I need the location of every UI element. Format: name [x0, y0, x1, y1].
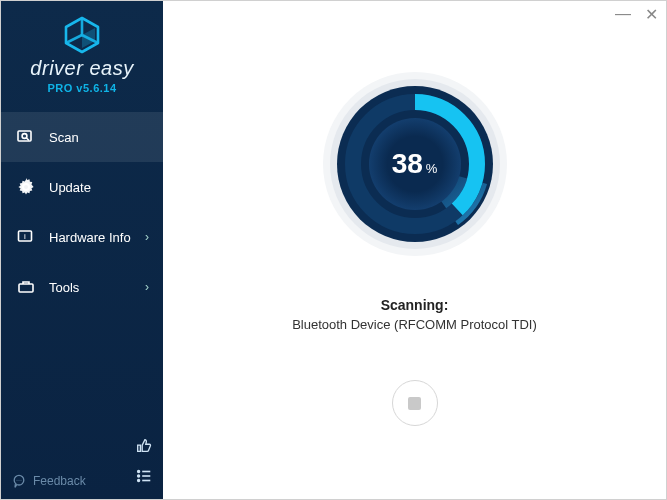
progress-value: 38: [392, 148, 423, 180]
nav-label-update: Update: [49, 180, 91, 195]
minimize-button[interactable]: —: [615, 5, 631, 24]
chat-icon: [11, 473, 27, 489]
svg-point-3: [22, 134, 27, 139]
nav-item-tools[interactable]: Tools ›: [1, 262, 163, 312]
svg-point-10: [19, 480, 20, 481]
titlebar: — ✕: [615, 5, 658, 24]
chevron-right-icon: ›: [145, 230, 149, 244]
stop-icon: [408, 397, 421, 410]
tools-icon: [15, 276, 37, 298]
gear-icon: [15, 176, 37, 198]
thumbs-up-icon[interactable]: [135, 437, 153, 459]
svg-rect-7: [19, 284, 33, 292]
sidebar: driver easy PRO v5.6.14 Scan: [1, 1, 163, 499]
nav-label-hardware: Hardware Info: [49, 230, 131, 245]
nav-label-scan: Scan: [49, 130, 79, 145]
brand-version: PRO v5.6.14: [1, 82, 163, 94]
nav-label-tools: Tools: [49, 280, 79, 295]
scan-progress-ring: 38%: [320, 69, 510, 259]
list-icon[interactable]: [135, 467, 153, 489]
stop-button[interactable]: [392, 380, 438, 426]
feedback-button[interactable]: Feedback: [11, 473, 86, 489]
app-window: driver easy PRO v5.6.14 Scan: [0, 0, 667, 500]
main-area: — ✕: [163, 1, 666, 499]
status-heading: Scanning:: [292, 297, 537, 313]
nav-item-scan[interactable]: Scan: [1, 112, 163, 162]
status-block: Scanning: Bluetooth Device (RFCOMM Proto…: [292, 297, 537, 332]
scan-icon: [15, 126, 37, 148]
svg-point-9: [17, 480, 18, 481]
close-button[interactable]: ✕: [645, 5, 658, 24]
svg-point-16: [138, 480, 140, 482]
progress-percent: 38%: [392, 148, 438, 180]
chevron-right-icon: ›: [145, 280, 149, 294]
nav: Scan Update i Hardware In: [1, 112, 163, 429]
brand-logo-icon: [1, 15, 163, 55]
svg-point-12: [138, 471, 140, 473]
nav-item-hardware[interactable]: i Hardware Info ›: [1, 212, 163, 262]
svg-text:i: i: [24, 232, 26, 241]
hardware-info-icon: i: [15, 226, 37, 248]
footer-icons: [135, 437, 153, 489]
svg-point-11: [21, 480, 22, 481]
nav-item-update[interactable]: Update: [1, 162, 163, 212]
feedback-label: Feedback: [33, 474, 86, 488]
svg-line-4: [26, 138, 29, 141]
sidebar-footer: Feedback: [1, 429, 163, 499]
progress-suffix: %: [426, 161, 438, 176]
brand: driver easy PRO v5.6.14: [1, 1, 163, 102]
brand-name: driver easy: [1, 57, 163, 80]
svg-point-14: [138, 475, 140, 477]
status-item: Bluetooth Device (RFCOMM Protocol TDI): [292, 317, 537, 332]
